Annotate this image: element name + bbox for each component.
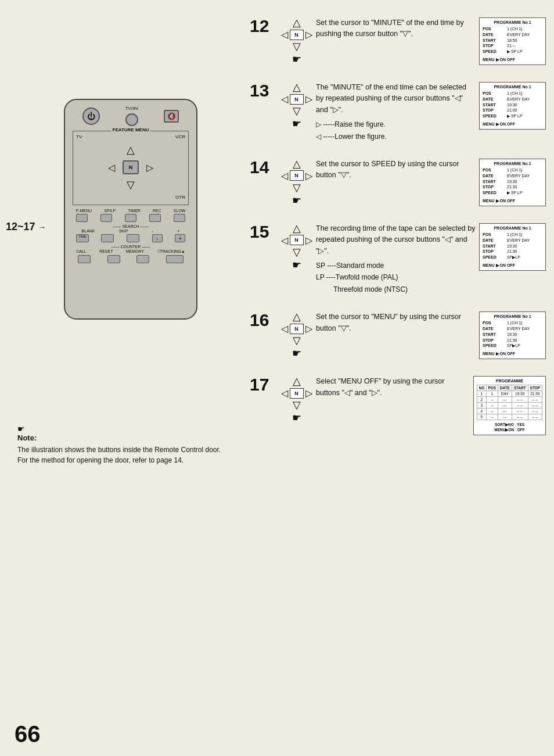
- step-14-row-speed: SPEED ▶ SP LP: [483, 190, 542, 196]
- minus-btn[interactable]: -: [152, 234, 163, 242]
- step-16-content: △ ◁ N ▷ ▽ ☛ Set the cursor to "MENU" by …: [280, 311, 546, 360]
- call-btn[interactable]: [78, 255, 91, 263]
- splp-btn[interactable]: [100, 214, 112, 222]
- mid-row-13: ◁ N ▷: [281, 94, 312, 105]
- right-arrow-14: ▷: [305, 170, 312, 181]
- left-arrow-13: ◁: [281, 94, 288, 105]
- slow-label: SLOW: [174, 209, 186, 213]
- step-13-row-speed: SPEED ▶ SP LP: [483, 113, 542, 119]
- plus-btn[interactable]: +: [175, 234, 185, 242]
- n-box-13: N: [290, 94, 304, 105]
- step-13-content: △ ◁ N ▷ ▽ ☛ The "MINUTE" of the end time…: [280, 82, 546, 142]
- step-17: 17 △ ◁ N ▷ ▽ ☛ Select "MENU OFF" by usin…: [250, 376, 546, 435]
- slow-btn[interactable]: [174, 214, 185, 222]
- tvav-button[interactable]: [125, 113, 138, 126]
- step-15-sublist: SP ----Standard mode LP ----Twofold mode…: [316, 260, 476, 295]
- tracking-label: ▽TRACKING▲: [157, 249, 185, 254]
- step-13-row-pos: POS 1 (CH 1): [483, 91, 542, 96]
- step-14: 14 △ ◁ N ▷ ▽ ☛ Set the cursor to SPEED b…: [250, 159, 546, 207]
- pmenu-btn[interactable]: [76, 214, 88, 222]
- table-row-1: 11DAY19:3021:30: [477, 391, 542, 397]
- step-16-menu: MENU ▶ ON OFF: [483, 352, 542, 356]
- left-arrow-15: ◁: [281, 235, 288, 246]
- step-12-arrows: △ ◁ N ▷ ▽ ☛: [280, 17, 312, 66]
- step-13-screen-title: PROGRAMME No 1: [483, 85, 542, 89]
- step-15-row-stop: STOP 21:30: [483, 249, 542, 255]
- step-17-screen-title: PROGRAMME: [477, 379, 542, 383]
- note-marker: ☛: [17, 424, 226, 433]
- left-arrow-12: ◁: [281, 29, 288, 40]
- down-arrow-17: ▽: [293, 400, 301, 410]
- up-arrow-17: △: [293, 376, 301, 386]
- timer-btn[interactable]: [125, 214, 136, 222]
- call-label: CALL: [76, 249, 87, 254]
- cursor-right-btn[interactable]: ▷: [141, 159, 160, 176]
- step-13-arrows: △ ◁ N ▷ ▽ ☛: [280, 82, 312, 130]
- otr-label: OTR: [175, 195, 185, 200]
- step-14-row-stop: STOP 21:30: [483, 184, 542, 190]
- hand-12: ☛: [292, 53, 301, 66]
- step-15-sub-1: LP ----Twofold mode (PAL): [316, 271, 476, 283]
- step-12-row-date: DATE EVERY DAY: [483, 32, 542, 38]
- hand-14: ☛: [292, 194, 301, 207]
- skip-btn[interactable]: [127, 234, 139, 242]
- step-17-content: △ ◁ N ▷ ▽ ☛ Select "MENU OFF" by using t…: [280, 376, 546, 435]
- down-arrow-15: ▽: [293, 247, 301, 257]
- right-arrow-15: ▷: [305, 235, 312, 246]
- step-17-arrows: △ ◁ N ▷ ▽ ☛: [280, 376, 312, 424]
- step-16: 16 △ ◁ N ▷ ▽ ☛ Set the cursor to "MENU" …: [250, 311, 546, 360]
- step-range-label: 12~17: [6, 221, 35, 233]
- step-13-desc: The "MINUTE" of the end time can be sele…: [316, 82, 476, 142]
- cursor-center-btn[interactable]: N: [121, 159, 140, 176]
- cursor-down-btn[interactable]: ▽: [121, 176, 140, 194]
- step-12-content: △ ◁ N ▷ ▽ ☛ Set the cursor to "MINUTE" o…: [280, 17, 546, 66]
- right-arrow-16: ▷: [305, 323, 312, 334]
- n-button[interactable]: N: [123, 160, 139, 174]
- splp-label: SP/LP: [104, 209, 116, 213]
- rec-btn[interactable]: [149, 214, 161, 222]
- step-13-row-date: DATE EVERY DAY: [483, 96, 542, 102]
- step-16-arrows: △ ◁ N ▷ ▽ ☛: [280, 311, 312, 360]
- power-button[interactable]: ⏻: [82, 108, 100, 125]
- step-15-row-pos: POS 1 (CH 1): [483, 232, 542, 238]
- step-15-sub-2: Threefold mode (NTSC): [316, 284, 476, 295]
- time-btn[interactable]: TIME: [76, 234, 89, 242]
- step-12-screen-title: PROGRAMME No 1: [483, 20, 542, 24]
- hand-13: ☛: [292, 117, 301, 130]
- mute-button[interactable]: 🔇: [164, 110, 179, 123]
- step-17-desc: Select "MENU OFF" by using the cursor bu…: [316, 376, 470, 399]
- step-15-desc: The recording time of the tape can be se…: [316, 223, 476, 295]
- step-15-number: 15: [250, 223, 276, 241]
- step-12-row-start: START 18:50: [483, 38, 542, 44]
- memory-btn[interactable]: [136, 255, 149, 263]
- step-13-menu: MENU ▶ ON OFF: [483, 122, 542, 127]
- step-14-content: △ ◁ N ▷ ▽ ☛ Set the cursor to SPEED by u…: [280, 159, 546, 207]
- right-arrow-12: ▷: [305, 29, 312, 40]
- reset-btn[interactable]: [107, 255, 120, 263]
- step-13-sub-0: ▷ -----Raise the figure.: [316, 119, 476, 130]
- mid-row-12: ◁ N ▷: [281, 29, 312, 40]
- cursor-up-btn[interactable]: △: [121, 141, 140, 159]
- left-arrow-14: ◁: [281, 170, 288, 181]
- blank-btn[interactable]: [101, 234, 114, 242]
- timer-label: TIMER: [128, 209, 141, 213]
- hand-17: ☛: [292, 411, 301, 424]
- step-14-row-start: START 19:30: [483, 179, 542, 185]
- blank-label: BLANK: [82, 229, 95, 233]
- note-title: Note:: [17, 433, 226, 442]
- step-15-arrows: △ ◁ N ▷ ▽ ☛: [280, 223, 312, 271]
- tracking-btn[interactable]: [166, 255, 184, 263]
- step-15-row-date: DATE EVERY DAY: [483, 238, 542, 243]
- up-arrow-14: △: [293, 159, 301, 169]
- step-17-number: 17: [250, 376, 276, 393]
- step-12-number: 12: [250, 17, 276, 35]
- n-box-16: N: [290, 324, 304, 334]
- down-arrow-14: ▽: [293, 182, 301, 193]
- th-stop: STOP: [528, 385, 542, 391]
- step-15-sub-0: SP ----Standard mode: [316, 260, 476, 271]
- table-row-3: 3------- ---- --: [477, 403, 542, 409]
- th-pos: POS: [486, 385, 498, 391]
- n-box-15: N: [290, 235, 304, 245]
- n-box-12: N: [290, 30, 304, 40]
- cursor-left-btn[interactable]: ◁: [102, 159, 121, 176]
